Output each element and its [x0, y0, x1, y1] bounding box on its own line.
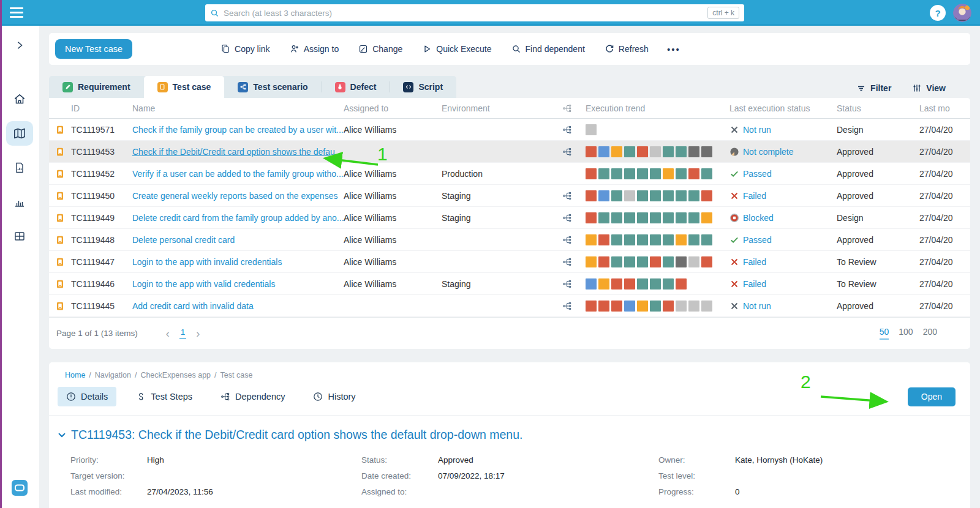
table-row[interactable]: TC1119571Check if the family group can b…	[49, 119, 970, 141]
tab-script[interactable]: Script	[390, 76, 456, 98]
sidebar-item-home[interactable]	[6, 87, 33, 111]
breadcrumb-item[interactable]: CheckExpenses app	[140, 371, 211, 379]
row-name-link[interactable]: Login to the app with valid credentials	[132, 279, 275, 289]
trend-square	[650, 212, 661, 223]
table-row[interactable]: TC1119448Delete personal credit cardAlic…	[49, 229, 970, 251]
field-value: 07/09/2022, 18:17	[438, 471, 505, 480]
dependency-icon[interactable]	[562, 301, 572, 311]
row-name-link[interactable]: Check if the Debit/Credit card option sh…	[132, 147, 342, 157]
table-row[interactable]: TC1119445Add credit card with invalid da…	[49, 295, 970, 317]
execution-status-link[interactable]: Failed	[743, 279, 766, 289]
copy-link-button[interactable]: Copy link	[221, 44, 270, 54]
dependency-icon[interactable]	[562, 279, 572, 289]
sidebar-item-reports[interactable]	[6, 155, 33, 180]
detail-tab-test-steps[interactable]: Test Steps	[127, 387, 201, 406]
page-size-50[interactable]: 50	[880, 327, 889, 340]
row-name-link[interactable]: Create general weekly reports based on t…	[132, 191, 337, 201]
execution-status-link[interactable]: Not complete	[743, 147, 793, 157]
detail-panel: Home/Navigation/CheckExpenses app/Test c…	[49, 362, 970, 508]
dependency-icon[interactable]	[562, 191, 572, 201]
trend-square	[637, 278, 648, 289]
row-name-link[interactable]: Delete personal credit card	[132, 235, 235, 245]
execution-status-link[interactable]: Passed	[743, 235, 772, 245]
collapse-chevron-icon[interactable]	[58, 431, 66, 439]
filter-button[interactable]: Filter	[856, 83, 891, 93]
trend-square	[611, 212, 622, 223]
table-row[interactable]: TC1119446Login to the app with valid cre…	[49, 273, 970, 295]
help-button[interactable]: ?	[930, 5, 946, 21]
execution-status-link[interactable]: Passed	[743, 169, 772, 179]
column-header-assigned-to[interactable]: Assigned to	[344, 98, 442, 118]
detail-tab-details[interactable]: Details	[58, 387, 116, 406]
row-name-link[interactable]: Add credit card with invalid data	[132, 301, 254, 311]
search-input[interactable]	[224, 9, 707, 18]
table-row[interactable]: TC1119453Check if the Debit/Credit card …	[49, 141, 970, 163]
column-header-name[interactable]: Name	[132, 98, 344, 118]
page-size-200[interactable]: 200	[923, 327, 937, 340]
find-dependent-button[interactable]: Find dependent	[511, 44, 585, 54]
next-page-button[interactable]: ›	[196, 328, 200, 339]
dependency-column-icon[interactable]	[562, 103, 572, 113]
table-row[interactable]: TC1119450Create general weekly reports b…	[49, 185, 970, 207]
row-name-link[interactable]: Verify if a user can be added to the fam…	[132, 169, 344, 179]
refresh-button[interactable]: Refresh	[605, 44, 649, 54]
sidebar	[0, 26, 39, 508]
change-button[interactable]: Change	[358, 44, 402, 54]
column-header-id[interactable]: ID	[71, 98, 132, 118]
tab-test-scenario[interactable]: Test scenario	[224, 76, 321, 98]
history-icon	[313, 392, 323, 402]
trend-square	[663, 212, 674, 223]
trend-square	[624, 256, 635, 267]
column-header-environment[interactable]: Environment	[442, 98, 549, 118]
page-number[interactable]: 1	[179, 327, 187, 339]
row-name-link[interactable]: Delete credit card from the family group…	[132, 213, 344, 223]
sidebar-expand-button[interactable]	[6, 33, 33, 58]
sidebar-item-table[interactable]	[6, 224, 33, 248]
breadcrumb-item[interactable]: Navigation	[95, 371, 131, 379]
assign-to-button[interactable]: Assign to	[290, 44, 339, 54]
dependency-icon[interactable]	[562, 235, 572, 245]
sidebar-item-map[interactable]	[6, 121, 33, 146]
table-row[interactable]: TC1119452Verify if a user can be added t…	[49, 163, 970, 185]
execution-status-link[interactable]: Not run	[743, 125, 771, 135]
dependency-icon[interactable]	[562, 257, 572, 267]
dependency-icon[interactable]	[562, 147, 572, 157]
hamburger-menu-icon[interactable]	[2, 0, 31, 25]
quick-execute-button[interactable]: Quick Execute	[422, 44, 491, 54]
table-row[interactable]: TC1119449Delete credit card from the fam…	[49, 207, 970, 229]
avatar[interactable]	[953, 4, 971, 22]
dependency-icon[interactable]	[562, 213, 572, 223]
test-case-icon	[55, 257, 65, 267]
breadcrumb-item[interactable]: Test case	[221, 371, 253, 379]
tab-defect[interactable]: Defect	[322, 76, 390, 98]
row-name-link[interactable]: Login to the app with invalid credential…	[132, 257, 282, 267]
column-header-execution-trend[interactable]: Execution trend	[586, 98, 729, 118]
view-button[interactable]: View	[912, 83, 946, 93]
tab-test-case[interactable]: Test case	[144, 76, 225, 98]
page-size-100[interactable]: 100	[899, 327, 913, 340]
detail-tab-dependency[interactable]: Dependency	[212, 387, 293, 406]
detail-tab-history[interactable]: History	[304, 387, 364, 406]
dependency-icon[interactable]	[562, 125, 572, 135]
open-button[interactable]: Open	[908, 387, 956, 406]
column-header-last-execution-status[interactable]: Last execution status	[729, 98, 837, 118]
new-test-case-button[interactable]: New Test case	[55, 39, 132, 59]
trend-square	[650, 256, 661, 267]
execution-status-link[interactable]: Failed	[743, 257, 766, 267]
field-label: Owner:	[658, 455, 735, 465]
prev-page-button[interactable]: ‹	[166, 328, 170, 339]
sidebar-item-charts[interactable]	[6, 190, 33, 214]
trend-square	[624, 278, 635, 289]
table-row[interactable]: TC1119447Login to the app with invalid c…	[49, 251, 970, 273]
column-header-status[interactable]: Status	[837, 98, 919, 118]
tab-requirement[interactable]: Requirement	[49, 76, 144, 98]
execution-status-link[interactable]: Failed	[743, 191, 766, 201]
breadcrumb-item[interactable]: Home	[65, 371, 85, 379]
row-status: Design	[837, 119, 919, 140]
execution-status-link[interactable]: Blocked	[743, 213, 774, 223]
test-case-icon	[55, 279, 65, 289]
more-actions-button[interactable]: •••	[667, 44, 680, 54]
execution-status-link[interactable]: Not run	[743, 301, 771, 311]
column-header-last-modified[interactable]: Last mo	[919, 98, 970, 118]
row-name-link[interactable]: Check if the family group can be created…	[132, 125, 344, 135]
